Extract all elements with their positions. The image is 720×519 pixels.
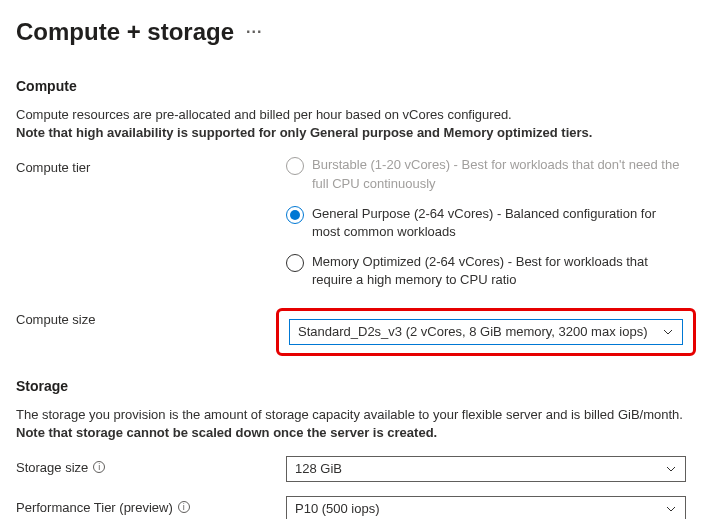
storage-heading: Storage (16, 378, 704, 394)
compute-tier-label: Compute tier (16, 156, 286, 175)
radio-memory-optimized[interactable]: Memory Optimized (2-64 vCores) - Best fo… (286, 253, 686, 289)
compute-size-highlight: Standard_D2s_v3 (2 vCores, 8 GiB memory,… (276, 308, 696, 356)
compute-desc-line2: Note that high availability is supported… (16, 125, 592, 140)
storage-size-value: 128 GiB (295, 461, 342, 476)
compute-size-dropdown[interactable]: Standard_D2s_v3 (2 vCores, 8 GiB memory,… (289, 319, 683, 345)
radio-burstable: Burstable (1-20 vCores) - Best for workl… (286, 156, 686, 192)
compute-heading: Compute (16, 78, 704, 94)
compute-size-label: Compute size (16, 308, 286, 327)
radio-burstable-label: Burstable (1-20 vCores) - Best for workl… (312, 156, 686, 192)
radio-circle-icon (286, 254, 304, 272)
radio-circle-icon (286, 206, 304, 224)
more-icon[interactable]: ··· (246, 23, 262, 41)
chevron-down-icon (665, 463, 677, 475)
radio-memory-label: Memory Optimized (2-64 vCores) - Best fo… (312, 253, 686, 289)
info-icon[interactable]: i (178, 501, 190, 513)
storage-size-dropdown[interactable]: 128 GiB (286, 456, 686, 482)
storage-desc-line2: Note that storage cannot be scaled down … (16, 425, 437, 440)
performance-tier-label: Performance Tier (preview) (16, 500, 173, 515)
compute-desc-line1: Compute resources are pre-allocated and … (16, 107, 512, 122)
chevron-down-icon (665, 503, 677, 515)
compute-size-value: Standard_D2s_v3 (2 vCores, 8 GiB memory,… (298, 324, 647, 339)
info-icon[interactable]: i (93, 461, 105, 473)
chevron-down-icon (662, 326, 674, 338)
radio-general-label: General Purpose (2-64 vCores) - Balanced… (312, 205, 686, 241)
page-title: Compute + storage (16, 18, 234, 46)
radio-circle-icon (286, 157, 304, 175)
radio-general-purpose[interactable]: General Purpose (2-64 vCores) - Balanced… (286, 205, 686, 241)
compute-tier-radio-group: Burstable (1-20 vCores) - Best for workl… (286, 156, 686, 289)
performance-tier-dropdown[interactable]: P10 (500 iops) (286, 496, 686, 519)
storage-desc-line1: The storage you provision is the amount … (16, 407, 683, 422)
storage-size-label: Storage size (16, 460, 88, 475)
performance-tier-value: P10 (500 iops) (295, 501, 380, 516)
